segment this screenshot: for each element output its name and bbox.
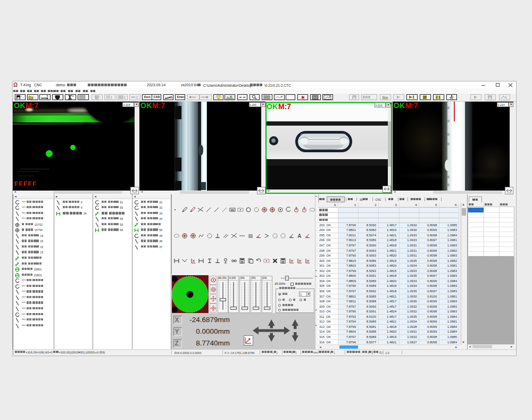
svg-text:A: A — [298, 233, 302, 239]
svg-text:B: B — [170, 96, 172, 99]
